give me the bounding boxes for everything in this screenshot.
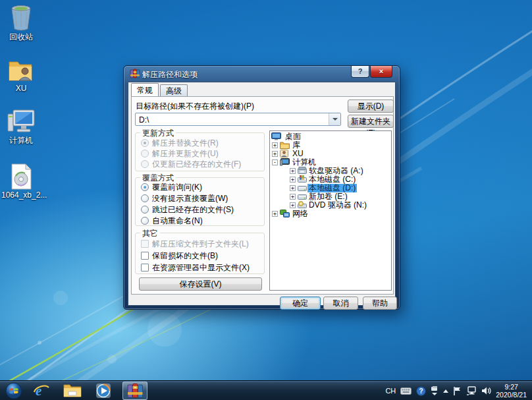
tab-advanced[interactable]: 高级	[160, 84, 188, 96]
radio-ask-before-overwrite[interactable]: 覆盖前询问(K)	[141, 183, 202, 192]
clock-date: 2020/8/21	[496, 391, 527, 399]
expand-icon[interactable]: +	[290, 194, 296, 200]
help-button[interactable]: 帮助	[363, 297, 397, 310]
radio-extract-update: 解压并更新文件(U)	[141, 149, 219, 158]
show-hidden-icons-button[interactable]	[443, 389, 448, 393]
radio-rename-automatically[interactable]: 自动重命名(N)	[141, 216, 203, 225]
tree-item-dvd-n[interactable]: + DVD 驱动器 (N:)	[270, 201, 391, 210]
checkbox-icon	[141, 240, 149, 248]
taskbar-winrar-active[interactable]	[122, 382, 147, 400]
language-indicator[interactable]: CH	[385, 387, 396, 395]
display-button[interactable]: 显示(D)	[348, 100, 394, 113]
radio-extract-replace: 解压并替换文件(R)	[141, 138, 219, 148]
radio-icon	[141, 150, 149, 157]
expand-icon[interactable]: +	[272, 211, 278, 217]
tree-item-libraries[interactable]: + 库	[270, 141, 391, 150]
network-tray-icon[interactable]	[466, 386, 477, 395]
folder-tree: 桌面 + 库 + XU - 计算机	[269, 130, 392, 291]
network-icon	[280, 210, 290, 219]
tree-item-xu[interactable]: + XU	[270, 150, 391, 158]
collapse-icon[interactable]: -	[272, 159, 278, 165]
misc-group: 其它 解压压缩文件到子文件夹(L) 保留损坏的文件(B) 在资源管理器中显示文件…	[135, 233, 265, 274]
expand-icon[interactable]: +	[290, 202, 296, 208]
group-title: 其它	[140, 228, 160, 239]
desktop-icon-label: 1064_xb_2...	[1, 191, 41, 200]
destination-path-value: D:\	[139, 115, 149, 125]
expand-icon[interactable]: +	[290, 168, 296, 174]
new-folder-button[interactable]: 新建文件夹(E)	[348, 115, 394, 128]
radio-icon	[141, 139, 149, 147]
extraction-dialog: 解压路径和选项 ? × 常规 高级 目标路径(如果不存在将被创建)(P) D:\…	[123, 65, 400, 310]
tab-page-general: 目标路径(如果不存在将被创建)(P) D:\ 显示(D) 新建文件夹(E) 更新…	[131, 96, 394, 295]
dialog-close-button[interactable]: ×	[370, 66, 392, 78]
combobox-dropdown-button[interactable]	[329, 113, 340, 125]
system-tray: CH ? 9:27 2020/8/21	[385, 381, 532, 400]
triangle-up-icon	[443, 389, 448, 393]
desktop-icon-disc-file[interactable]: 1064_xb_2...	[1, 163, 41, 200]
taskbar-media-player[interactable]	[93, 382, 113, 400]
taskbar-clock[interactable]: 9:27 2020/8/21	[496, 383, 527, 399]
taskbar-explorer[interactable]	[63, 382, 82, 400]
radio-icon	[141, 206, 149, 214]
dialog-help-button[interactable]: ?	[351, 66, 369, 78]
radio-icon	[141, 160, 149, 168]
media-player-icon	[95, 382, 112, 399]
ok-button[interactable]: 确定	[280, 297, 321, 310]
chevron-down-icon	[332, 118, 338, 121]
internet-explorer-icon: e	[33, 382, 50, 399]
update-mode-group: 更新方式 解压并替换文件(R) 解压并更新文件(U) 仅更新已经存在的文件(F)	[135, 132, 265, 171]
checkbox-icon	[141, 264, 149, 271]
expand-icon[interactable]: +	[272, 142, 278, 148]
expand-icon[interactable]: +	[290, 177, 296, 183]
recycle-bin-icon	[8, 4, 34, 32]
tab-general[interactable]: 常规	[131, 83, 159, 96]
user-folder-icon	[7, 58, 35, 83]
winrar-icon	[130, 69, 140, 79]
desktop-icon-label: 计算机	[1, 136, 41, 145]
desktop-icon-xu[interactable]: XU	[1, 58, 41, 93]
volume-icon[interactable]	[481, 386, 491, 395]
svg-text:e: e	[36, 383, 41, 399]
radio-icon	[141, 183, 149, 191]
cancel-button[interactable]: 取消	[323, 297, 358, 310]
taskbar-internet-explorer[interactable]: e	[32, 382, 51, 400]
radio-icon	[141, 194, 149, 202]
desktop-icon-recycle-bin[interactable]: 回收站	[1, 4, 41, 42]
action-center-flag-icon[interactable]	[453, 386, 462, 396]
desktop: 回收站 XU 计算机 1064_xb	[0, 0, 532, 400]
winrar-books-icon	[126, 383, 144, 399]
checkbox-display-in-explorer[interactable]: 在资源管理器中显示文件(X)	[141, 263, 250, 272]
expand-icon[interactable]: +	[290, 185, 296, 191]
checkbox-icon	[141, 252, 149, 260]
dialog-body: 常规 高级 目标路径(如果不存在将被创建)(P) D:\ 显示(D) 新建文件夹…	[128, 82, 396, 306]
taskbar: e	[0, 380, 532, 400]
radio-overwrite-without-prompt[interactable]: 没有提示直接覆盖(W)	[141, 194, 228, 203]
desktop-icon-label: 回收站	[1, 33, 41, 42]
radio-skip-existing[interactable]: 跳过已经存在的文件(S)	[141, 205, 234, 214]
tree-item-desktop[interactable]: 桌面	[270, 132, 391, 141]
device-eject-icon[interactable]	[431, 386, 439, 396]
checkbox-keep-broken-files[interactable]: 保留损坏的文件(B)	[141, 251, 218, 260]
dialog-title: 解压路径和选项	[142, 69, 198, 80]
radio-freshen-existing: 仅更新已经存在的文件(F)	[141, 159, 241, 169]
folder-icon	[63, 383, 82, 399]
expand-icon[interactable]: +	[272, 151, 278, 157]
radio-icon	[141, 217, 149, 225]
windows-start-icon	[5, 382, 22, 399]
desktop-icon-label: XU	[1, 84, 41, 93]
clock-time: 9:27	[496, 383, 527, 391]
tree-item-network[interactable]: + 网络	[270, 210, 391, 218]
start-button[interactable]	[4, 382, 24, 400]
destination-path-combobox[interactable]: D:\	[135, 113, 341, 126]
disc-file-icon	[9, 163, 33, 190]
overwrite-mode-group: 覆盖方式 覆盖前询问(K) 没有提示直接覆盖(W) 跳过已经存在的文件(S) 自…	[135, 177, 265, 226]
save-settings-button[interactable]: 保存设置(V)	[139, 277, 262, 291]
desktop-icon-computer[interactable]: 计算机	[1, 109, 41, 145]
svg-text:?: ?	[419, 387, 423, 395]
destination-path-label: 目标路径(如果不存在将被创建)(P)	[136, 101, 254, 112]
keyboard-layout-icon[interactable]	[400, 387, 412, 395]
checkbox-extract-to-subfolders: 解压压缩文件到子文件夹(L)	[141, 239, 249, 248]
computer-icon	[7, 109, 36, 135]
help-tray-icon[interactable]: ?	[416, 386, 426, 396]
